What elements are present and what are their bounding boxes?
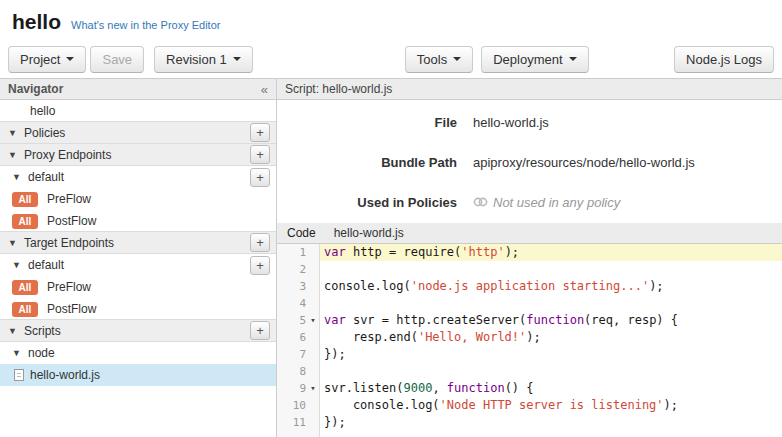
fold-gutter	[306, 295, 320, 312]
code-line-text: var http = require('http');	[320, 244, 782, 261]
all-badge: All	[12, 192, 38, 207]
line-number: 8	[277, 363, 306, 380]
code-line[interactable]: 8	[277, 363, 782, 380]
navigator-header: Navigator «	[0, 79, 276, 100]
fold-gutter	[306, 261, 320, 278]
code-line-text	[320, 295, 782, 312]
nav-item-proxy-root[interactable]: hello	[0, 100, 276, 122]
nav-item-proxy-postflow[interactable]: All PostFlow	[0, 210, 276, 232]
fold-gutter	[306, 414, 320, 431]
script-panel-title: Script: hello-world.js	[285, 82, 392, 96]
nav-item-script-file[interactable]: hello-world.js	[0, 364, 276, 386]
code-line-text: console.log('node.js application startin…	[320, 278, 782, 295]
save-button[interactable]: Save	[90, 46, 144, 73]
nav-item-proxy-preflow[interactable]: All PreFlow	[0, 188, 276, 210]
nav-item-target-preflow[interactable]: All PreFlow	[0, 276, 276, 298]
code-line[interactable]: 6 resp.end('Hello, World!');	[277, 329, 782, 346]
project-button[interactable]: Project	[8, 46, 86, 73]
triangle-down-icon: ▼	[12, 260, 23, 270]
triangle-down-icon: ▼	[8, 238, 19, 248]
tools-button[interactable]: Tools	[405, 46, 473, 73]
line-number: 11	[277, 414, 306, 431]
nav-item-target-postflow-label: PostFlow	[47, 302, 96, 316]
all-badge: All	[12, 280, 38, 295]
bundle-path-label: Bundle Path	[277, 155, 457, 170]
code-line[interactable]: 9▾svr.listen(9000, function() {	[277, 380, 782, 397]
detail-row-file: File hello-world.js	[277, 102, 782, 142]
fold-marker-icon[interactable]: ▾	[306, 380, 320, 397]
code-line[interactable]: 4	[277, 295, 782, 312]
line-number: 4	[277, 295, 306, 312]
deployment-button[interactable]: Deployment	[481, 46, 588, 73]
nav-item-proxy-root-label: hello	[30, 104, 55, 118]
fold-marker-icon[interactable]: ▾	[306, 312, 320, 329]
fold-gutter	[306, 363, 320, 380]
code-line-text	[320, 363, 782, 380]
whats-new-link[interactable]: What's new in the Proxy Editor	[71, 19, 220, 31]
add-target-endpoint-button[interactable]: +	[250, 233, 270, 252]
code-line[interactable]: 11});	[277, 414, 782, 431]
triangle-down-icon: ▼	[8, 128, 19, 138]
line-number: 2	[277, 261, 306, 278]
detail-row-used-in-policies: Used in Policies Not used in any policy	[277, 182, 782, 222]
deployment-button-label: Deployment	[493, 52, 562, 67]
page-title: hello	[12, 10, 61, 33]
code-line[interactable]: 7});	[277, 346, 782, 363]
code-editor[interactable]: 1var http = require('http');23console.lo…	[277, 244, 782, 437]
line-number: 7	[277, 346, 306, 363]
nav-section-target-endpoints[interactable]: ▼ Target Endpoints +	[0, 231, 276, 254]
code-line[interactable]: 2	[277, 261, 782, 278]
code-line-text: svr.listen(9000, function() {	[320, 380, 782, 397]
nav-item-target-endpoint-default[interactable]: ▼ default +	[0, 254, 276, 276]
code-line[interactable]: 5▾var svr = http.createServer(function(r…	[277, 312, 782, 329]
used-in-policies-text: Not used in any policy	[493, 195, 620, 210]
line-number: 9	[277, 380, 306, 397]
nav-section-proxy-endpoints-label: Proxy Endpoints	[24, 148, 111, 162]
toolbar: Project Save Revision 1 Tools Deployment…	[0, 40, 782, 78]
code-line[interactable]: 10 console.log('Node HTTP server is list…	[277, 397, 782, 414]
used-in-policies-label: Used in Policies	[277, 195, 457, 210]
navigator-title: Navigator	[8, 82, 63, 96]
add-target-flow-button[interactable]: +	[250, 256, 270, 275]
nav-item-proxy-preflow-label: PreFlow	[47, 192, 91, 206]
nav-item-node-folder-label: node	[28, 346, 55, 360]
add-policy-button[interactable]: +	[250, 123, 270, 142]
line-number: 3	[277, 278, 306, 295]
fold-gutter	[306, 346, 320, 363]
nav-section-policies[interactable]: ▼ Policies +	[0, 121, 276, 144]
triangle-down-icon: ▼	[8, 150, 19, 160]
add-proxy-endpoint-button[interactable]: +	[250, 145, 270, 164]
nav-section-target-endpoints-label: Target Endpoints	[24, 236, 114, 250]
add-script-button[interactable]: +	[250, 321, 270, 340]
detail-row-bundle-path: Bundle Path apiproxy/resources/node/hell…	[277, 142, 782, 182]
fold-gutter	[306, 278, 320, 295]
line-number: 1	[277, 244, 306, 261]
code-line-text: });	[320, 414, 782, 431]
fold-gutter	[306, 244, 320, 261]
script-panel-header: Script: hello-world.js	[277, 79, 782, 100]
add-proxy-flow-button[interactable]: +	[250, 168, 270, 187]
triangle-down-icon: ▼	[12, 172, 23, 182]
code-line[interactable]: 3console.log('node.js application starti…	[277, 278, 782, 295]
project-button-label: Project	[20, 52, 60, 67]
collapse-sidebar-icon[interactable]: «	[261, 82, 268, 97]
fold-gutter	[306, 329, 320, 346]
line-number: 10	[277, 397, 306, 414]
used-in-policies-value: Not used in any policy	[473, 195, 620, 210]
code-line[interactable]: 1var http = require('http');	[277, 244, 782, 261]
all-badge: All	[12, 214, 38, 229]
script-panel: Script: hello-world.js File hello-world.…	[277, 79, 782, 437]
save-button-label: Save	[102, 52, 132, 67]
nav-item-node-folder[interactable]: ▼ node	[0, 342, 276, 364]
nav-item-proxy-endpoint-default[interactable]: ▼ default +	[0, 166, 276, 188]
file-value: hello-world.js	[473, 115, 549, 130]
code-line-text: resp.end('Hello, World!');	[320, 329, 782, 346]
nav-section-scripts[interactable]: ▼ Scripts +	[0, 319, 276, 342]
caret-down-icon	[453, 57, 461, 61]
nodejs-logs-button[interactable]: Node.js Logs	[674, 46, 774, 73]
file-icon	[14, 369, 24, 381]
nav-section-proxy-endpoints[interactable]: ▼ Proxy Endpoints +	[0, 143, 276, 166]
revision-button[interactable]: Revision 1	[154, 46, 253, 73]
nav-item-target-postflow[interactable]: All PostFlow	[0, 298, 276, 320]
fold-gutter	[306, 397, 320, 414]
